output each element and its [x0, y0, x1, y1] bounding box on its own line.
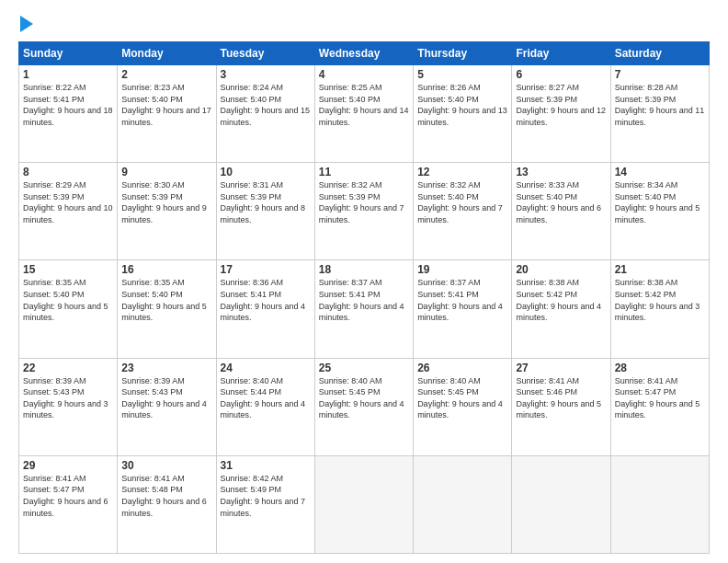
calendar-day-30: 30Sunrise: 8:41 AMSunset: 5:48 PMDayligh… — [118, 455, 216, 553]
day-number: 24 — [221, 362, 311, 374]
day-number: 30 — [121, 459, 211, 472]
day-number: 9 — [121, 166, 211, 178]
calendar-day-10: 10Sunrise: 8:31 AMSunset: 5:39 PMDayligh… — [216, 163, 314, 260]
day-info: Sunrise: 8:34 AMSunset: 5:40 PMDaylight:… — [615, 180, 700, 224]
day-number: 8 — [23, 166, 113, 178]
calendar-day-1: 1Sunrise: 8:22 AMSunset: 5:41 PMDaylight… — [19, 65, 118, 163]
day-number: 1 — [23, 68, 113, 81]
calendar-day-26: 26Sunrise: 8:40 AMSunset: 5:45 PMDayligh… — [414, 358, 512, 455]
day-info: Sunrise: 8:27 AMSunset: 5:39 PMDaylight:… — [516, 83, 606, 127]
day-number: 7 — [615, 68, 705, 81]
day-info: Sunrise: 8:41 AMSunset: 5:47 PMDaylight:… — [23, 474, 108, 518]
calendar-day-14: 14Sunrise: 8:34 AMSunset: 5:40 PMDayligh… — [610, 163, 709, 260]
calendar-day-19: 19Sunrise: 8:37 AMSunset: 5:41 PMDayligh… — [414, 260, 512, 358]
calendar-day-23: 23Sunrise: 8:39 AMSunset: 5:43 PMDayligh… — [118, 358, 216, 455]
header — [18, 15, 710, 32]
calendar-empty-4-5 — [512, 455, 610, 553]
day-info: Sunrise: 8:40 AMSunset: 5:45 PMDaylight:… — [319, 376, 404, 420]
day-info: Sunrise: 8:39 AMSunset: 5:43 PMDaylight:… — [23, 376, 108, 420]
day-info: Sunrise: 8:37 AMSunset: 5:41 PMDaylight:… — [417, 278, 503, 322]
calendar-week-2: 8Sunrise: 8:29 AMSunset: 5:39 PMDaylight… — [19, 163, 710, 260]
calendar-empty-4-6 — [610, 455, 709, 553]
day-number: 26 — [417, 362, 507, 374]
day-number: 5 — [417, 68, 507, 81]
logo-icon — [20, 16, 33, 32]
day-info: Sunrise: 8:23 AMSunset: 5:40 PMDaylight:… — [121, 83, 211, 127]
day-info: Sunrise: 8:32 AMSunset: 5:39 PMDaylight:… — [319, 180, 404, 224]
calendar-day-29: 29Sunrise: 8:41 AMSunset: 5:47 PMDayligh… — [19, 455, 118, 553]
day-number: 25 — [319, 362, 409, 374]
day-info: Sunrise: 8:30 AMSunset: 5:39 PMDaylight:… — [121, 180, 207, 224]
day-number: 10 — [221, 166, 311, 178]
day-info: Sunrise: 8:35 AMSunset: 5:40 PMDaylight:… — [121, 278, 207, 322]
calendar-empty-4-3 — [314, 455, 413, 553]
calendar-day-11: 11Sunrise: 8:32 AMSunset: 5:39 PMDayligh… — [314, 163, 413, 260]
calendar-day-22: 22Sunrise: 8:39 AMSunset: 5:43 PMDayligh… — [19, 358, 118, 455]
calendar-day-3: 3Sunrise: 8:24 AMSunset: 5:40 PMDaylight… — [216, 65, 314, 163]
day-number: 28 — [615, 362, 705, 374]
calendar-day-17: 17Sunrise: 8:36 AMSunset: 5:41 PMDayligh… — [216, 260, 314, 358]
day-info: Sunrise: 8:37 AMSunset: 5:41 PMDaylight:… — [319, 278, 404, 322]
calendar-day-7: 7Sunrise: 8:28 AMSunset: 5:39 PMDaylight… — [610, 65, 709, 163]
weekday-header-wednesday: Wednesday — [314, 42, 413, 65]
calendar-day-20: 20Sunrise: 8:38 AMSunset: 5:42 PMDayligh… — [512, 260, 610, 358]
day-info: Sunrise: 8:32 AMSunset: 5:40 PMDaylight:… — [417, 180, 503, 224]
day-number: 23 — [121, 362, 211, 374]
day-number: 21 — [615, 263, 705, 276]
weekday-header-tuesday: Tuesday — [216, 42, 314, 65]
calendar-day-24: 24Sunrise: 8:40 AMSunset: 5:44 PMDayligh… — [216, 358, 314, 455]
day-number: 12 — [417, 166, 507, 178]
calendar-day-18: 18Sunrise: 8:37 AMSunset: 5:41 PMDayligh… — [314, 260, 413, 358]
calendar-week-5: 29Sunrise: 8:41 AMSunset: 5:47 PMDayligh… — [19, 455, 710, 553]
day-info: Sunrise: 8:33 AMSunset: 5:40 PMDaylight:… — [516, 180, 601, 224]
day-number: 18 — [319, 263, 409, 276]
weekday-header-thursday: Thursday — [414, 42, 512, 65]
weekday-header-friday: Friday — [512, 42, 610, 65]
day-info: Sunrise: 8:38 AMSunset: 5:42 PMDaylight:… — [516, 278, 601, 322]
calendar-day-25: 25Sunrise: 8:40 AMSunset: 5:45 PMDayligh… — [314, 358, 413, 455]
calendar-day-12: 12Sunrise: 8:32 AMSunset: 5:40 PMDayligh… — [414, 163, 512, 260]
day-info: Sunrise: 8:29 AMSunset: 5:39 PMDaylight:… — [23, 180, 113, 224]
calendar-day-28: 28Sunrise: 8:41 AMSunset: 5:47 PMDayligh… — [610, 358, 709, 455]
day-info: Sunrise: 8:39 AMSunset: 5:43 PMDaylight:… — [121, 376, 207, 420]
calendar-day-4: 4Sunrise: 8:25 AMSunset: 5:40 PMDaylight… — [314, 65, 413, 163]
day-info: Sunrise: 8:31 AMSunset: 5:39 PMDaylight:… — [221, 180, 306, 224]
day-number: 19 — [417, 263, 507, 276]
day-number: 15 — [23, 263, 113, 276]
day-number: 4 — [319, 68, 409, 81]
calendar-week-1: 1Sunrise: 8:22 AMSunset: 5:41 PMDaylight… — [19, 65, 710, 163]
calendar-day-6: 6Sunrise: 8:27 AMSunset: 5:39 PMDaylight… — [512, 65, 610, 163]
day-info: Sunrise: 8:41 AMSunset: 5:47 PMDaylight:… — [615, 376, 700, 420]
weekday-header-monday: Monday — [118, 42, 216, 65]
calendar-table: SundayMondayTuesdayWednesdayThursdayFrid… — [18, 41, 710, 554]
day-info: Sunrise: 8:24 AMSunset: 5:40 PMDaylight:… — [221, 83, 311, 127]
calendar-day-9: 9Sunrise: 8:30 AMSunset: 5:39 PMDaylight… — [118, 163, 216, 260]
calendar-day-15: 15Sunrise: 8:35 AMSunset: 5:40 PMDayligh… — [19, 260, 118, 358]
calendar-week-4: 22Sunrise: 8:39 AMSunset: 5:43 PMDayligh… — [19, 358, 710, 455]
day-number: 31 — [221, 459, 311, 472]
calendar-day-31: 31Sunrise: 8:42 AMSunset: 5:49 PMDayligh… — [216, 455, 314, 553]
calendar-day-27: 27Sunrise: 8:41 AMSunset: 5:46 PMDayligh… — [512, 358, 610, 455]
calendar-day-16: 16Sunrise: 8:35 AMSunset: 5:40 PMDayligh… — [118, 260, 216, 358]
day-number: 11 — [319, 166, 409, 178]
calendar-empty-4-4 — [414, 455, 512, 553]
day-number: 14 — [615, 166, 705, 178]
day-info: Sunrise: 8:42 AMSunset: 5:49 PMDaylight:… — [221, 474, 306, 518]
day-info: Sunrise: 8:40 AMSunset: 5:44 PMDaylight:… — [221, 376, 306, 420]
day-info: Sunrise: 8:36 AMSunset: 5:41 PMDaylight:… — [221, 278, 306, 322]
calendar-day-21: 21Sunrise: 8:38 AMSunset: 5:42 PMDayligh… — [610, 260, 709, 358]
day-number: 17 — [221, 263, 311, 276]
day-number: 20 — [516, 263, 606, 276]
day-info: Sunrise: 8:28 AMSunset: 5:39 PMDaylight:… — [615, 83, 705, 127]
day-info: Sunrise: 8:26 AMSunset: 5:40 PMDaylight:… — [417, 83, 507, 127]
calendar-day-8: 8Sunrise: 8:29 AMSunset: 5:39 PMDaylight… — [19, 163, 118, 260]
day-info: Sunrise: 8:35 AMSunset: 5:40 PMDaylight:… — [23, 278, 108, 322]
logo — [18, 15, 33, 32]
calendar-day-2: 2Sunrise: 8:23 AMSunset: 5:40 PMDaylight… — [118, 65, 216, 163]
calendar-day-5: 5Sunrise: 8:26 AMSunset: 5:40 PMDaylight… — [414, 65, 512, 163]
day-number: 22 — [23, 362, 113, 374]
day-number: 2 — [121, 68, 211, 81]
weekday-header-sunday: Sunday — [19, 42, 118, 65]
day-info: Sunrise: 8:41 AMSunset: 5:46 PMDaylight:… — [516, 376, 601, 420]
calendar-week-3: 15Sunrise: 8:35 AMSunset: 5:40 PMDayligh… — [19, 260, 710, 358]
